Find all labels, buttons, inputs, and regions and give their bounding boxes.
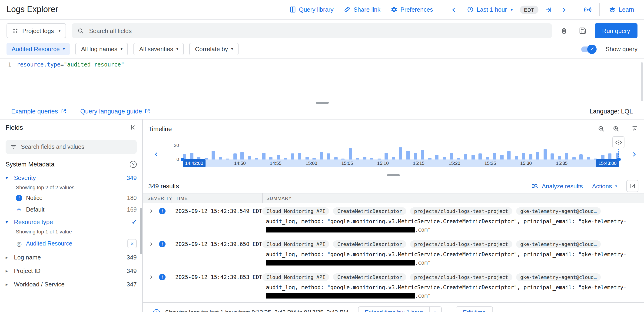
histogram-bar[interactable] [572,157,576,160]
timeline-pan-right-button[interactable] [629,149,639,160]
field-group-project-id[interactable]: ▸Project ID349 [0,264,142,278]
range-end-chip[interactable]: 15:43:00 [596,159,619,167]
severity-filter-chip[interactable]: All severities▾ [134,43,184,55]
query-editor[interactable]: 1 resource.type="audited_resource" [0,58,644,104]
selection-start-line[interactable] [183,137,183,160]
histogram-bar[interactable] [392,157,395,160]
histogram-bar[interactable] [500,155,503,160]
zoom-out-button[interactable] [598,125,605,132]
histogram-bar[interactable] [544,149,547,160]
fields-scrollbar-thumb[interactable] [140,208,142,254]
expand-row-icon[interactable] [148,241,154,247]
time-forward-button[interactable] [558,4,570,16]
summary-chip[interactable]: Cloud Monitoring API [262,208,330,215]
histogram-bar[interactable] [233,154,236,160]
range-start-chip[interactable]: 14:42:00 [183,159,206,167]
timeline-axis-band[interactable]: 14:42:00 15:43:00 14:5014:5515:0015:0515… [183,160,619,167]
histogram-bar[interactable] [334,157,338,160]
show-query-toggle[interactable]: ✓ [582,46,596,52]
histogram-bar[interactable] [248,156,251,160]
summary-chip[interactable]: projects/cloud-logs-test-project [410,208,512,215]
field-value-audited-resource[interactable]: ◎Audited Resource× [0,237,142,250]
summary-chip[interactable]: Cloud Monitoring API [262,274,330,281]
histogram-bar[interactable] [269,157,272,160]
help-icon[interactable]: ? [130,161,137,168]
log-row[interactable]: i2025-09-12 15:42:39.549 EDTCloud Monito… [143,203,644,236]
column-header-time[interactable]: TIME [172,194,262,203]
correlate-filter-chip[interactable]: Correlate by▾ [190,43,239,55]
resource-filter-chip[interactable]: Audited Resource▾ [6,43,70,55]
log-row[interactable]: i2025-09-12 15:42:39.650 EDTCloud Monito… [143,236,644,269]
histogram-bar[interactable] [190,153,193,160]
histogram-bar[interactable] [291,154,294,160]
column-header-summary[interactable]: SUMMARY [262,194,644,203]
editor-resize-handle[interactable] [316,102,328,104]
learn-button[interactable]: Learn [606,3,638,16]
histogram-bar[interactable] [514,156,518,160]
histogram-bar[interactable] [580,154,583,160]
analyze-results-button[interactable]: Analyze results [531,182,582,190]
preferences-button[interactable]: Preferences [387,3,436,16]
selection-start-handle[interactable] [181,158,184,161]
time-back-button[interactable] [448,4,460,16]
summary-chip[interactable]: Cloud Monitoring API [262,240,330,248]
field-group-workload-service[interactable]: ▸Workload / Service347 [0,278,142,291]
selection-end-handle[interactable] [617,158,621,161]
example-queries-link[interactable]: Example queries [11,108,66,114]
scrollbar-thumb[interactable] [641,62,643,101]
histogram-bar[interactable] [327,154,330,160]
field-group-severity[interactable]: ▾Severity349 [0,171,142,184]
search-all-fields-input[interactable]: Search all fields [72,23,552,38]
query-language-guide-link[interactable]: Query language guide [80,108,150,114]
timezone-badge[interactable]: EDT [520,5,538,14]
actions-menu-button[interactable]: Actions▾ [592,182,617,190]
column-header-severity[interactable]: SEVERITY [143,194,172,203]
clear-query-button[interactable] [558,24,570,37]
summary-chip[interactable]: gke-telemetry-agent@cloud… [516,240,601,248]
timeline-resize-handle[interactable] [387,174,400,176]
extend-time-dropdown[interactable]: ▾ [429,307,441,312]
field-group-resource-type[interactable]: ▾Resource type✓ [0,215,142,229]
histogram-bar[interactable] [536,152,540,160]
collapse-fields-panel-button[interactable] [129,124,137,131]
summary-chip[interactable]: CreateMetricDescriptor [333,240,406,248]
field-value-default[interactable]: ✳Default169 [0,204,142,215]
run-query-button[interactable]: Run query [595,23,638,38]
histogram-bar[interactable] [414,153,417,160]
histogram-bar[interactable] [529,154,532,160]
histogram-bar[interactable] [450,153,453,160]
histogram-bar[interactable] [608,154,612,160]
histogram-bar[interactable] [471,155,474,160]
histogram-bar[interactable] [478,154,482,160]
histogram-bar[interactable] [240,152,244,160]
histogram-bar[interactable] [565,153,568,160]
share-link-button[interactable]: Share link [340,3,384,16]
zoom-in-button[interactable] [612,125,620,132]
histogram-bar[interactable] [298,153,302,160]
histogram-bar[interactable] [363,157,366,160]
histogram-bar[interactable] [262,153,265,160]
histogram-bar[interactable] [212,151,215,160]
summary-chip[interactable]: projects/cloud-logs-test-project [410,274,512,281]
histogram-bar[interactable] [406,151,410,160]
scope-selector-button[interactable]: Project logs ▾ [6,23,66,38]
histogram-bar[interactable] [320,152,323,160]
summary-chip[interactable]: gke-telemetry-agent@cloud… [516,274,601,281]
histogram-bar[interactable] [349,148,352,160]
extend-time-button[interactable]: Extend time by: 1 hour [359,307,429,312]
summary-chip[interactable]: CreateMetricDescriptor [333,274,406,281]
log-row[interactable]: i2025-09-12 15:42:39.853 EDTCloud Monito… [143,269,644,302]
summary-chip[interactable]: projects/cloud-logs-test-project [410,240,512,248]
expand-row-icon[interactable] [148,208,154,214]
collapse-timeline-button[interactable] [631,125,638,132]
time-range-selector[interactable]: Last 1 hour ▾ [464,3,516,16]
summary-chip[interactable]: gke-telemetry-agent@cloud… [516,208,601,215]
query-library-button[interactable]: Query library [286,3,337,16]
jump-to-now-button[interactable] [542,4,554,16]
histogram-bar[interactable] [558,156,561,160]
field-group-log-name[interactable]: ▸Log name349 [0,250,142,264]
histogram-bar[interactable] [442,157,446,160]
histogram-bar[interactable] [493,153,496,160]
remove-filter-button[interactable]: × [128,239,137,248]
save-query-button[interactable] [576,24,589,37]
